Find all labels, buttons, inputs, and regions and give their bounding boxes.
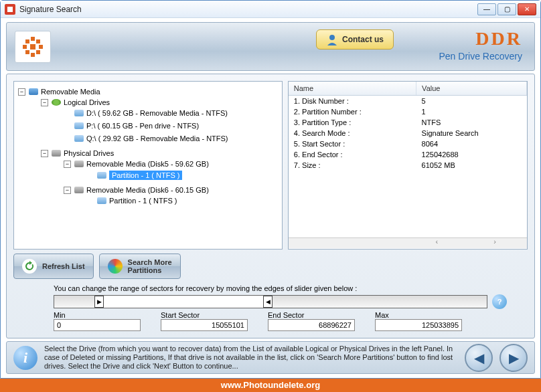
svg-point-11 xyxy=(329,35,335,40)
slider-handle-end[interactable]: ◀ xyxy=(263,296,273,308)
logical-icon xyxy=(52,99,61,106)
tree-disk[interactable]: − Removable Media (Disk6 - 60.15 GB) Par… xyxy=(64,184,279,209)
expander-icon[interactable]: − xyxy=(64,161,71,168)
drive-icon xyxy=(74,122,84,129)
table-row[interactable]: 5. Start Sector :8064 xyxy=(289,138,527,149)
contact-us-button[interactable]: Contact us xyxy=(316,29,394,50)
max-input[interactable] xyxy=(375,319,462,331)
button-row: Refresh List Search MorePartitions xyxy=(13,254,528,279)
partition-icon xyxy=(97,172,106,179)
sector-range-section: You can change the range of sectors for … xyxy=(13,283,528,331)
table-row[interactable]: 7. Size :61052 MB xyxy=(289,160,527,171)
next-button[interactable]: ▶ xyxy=(499,344,528,372)
tree-partition[interactable]: Partition - 1 ( NTFS ) xyxy=(86,169,279,182)
expander-icon[interactable]: − xyxy=(18,88,25,96)
tree-item[interactable]: P:\ ( 60.15 GB - Pen drive - NTFS) xyxy=(64,120,279,132)
window-title: Signature Search xyxy=(19,5,477,14)
table-row[interactable]: 4. Search Mode :Signature Search xyxy=(289,128,527,138)
back-button[interactable]: ◀ xyxy=(465,344,493,372)
drive-tree[interactable]: − Removable Media − Logical Drives D:\ (… xyxy=(13,81,283,250)
horizontal-scrollbar[interactable] xyxy=(289,237,527,248)
main-panel: − Removable Media − Logical Drives D:\ (… xyxy=(6,74,535,338)
tree-disk[interactable]: − Removable Media (Disk5 - 59.62 GB) Par… xyxy=(64,158,279,184)
svg-rect-5 xyxy=(39,45,43,49)
table-row[interactable]: 2. Partition Number :1 xyxy=(289,106,527,117)
details-table: Name Value 1. Disk Number :52. Partition… xyxy=(288,81,528,250)
start-sector-input[interactable] xyxy=(161,319,248,331)
slider-caption: You can change the range of sectors for … xyxy=(54,284,487,292)
expander-icon[interactable]: − xyxy=(41,150,48,157)
disk-icon xyxy=(74,187,84,193)
refresh-icon xyxy=(22,259,37,274)
partition-icon xyxy=(97,197,106,204)
help-icon[interactable]: ? xyxy=(492,294,507,309)
end-label: End Sector xyxy=(268,311,355,319)
titlebar: Signature Search — ▢ ✕ xyxy=(1,1,540,18)
col-name[interactable]: Name xyxy=(289,82,416,95)
brand-block: DDR Pen Drive Recovery xyxy=(439,28,523,62)
app-icon xyxy=(5,4,15,15)
removable-icon xyxy=(29,88,38,95)
tree-logical[interactable]: − Logical Drives D:\ ( 59.62 GB - Remova… xyxy=(41,96,279,147)
tree-partition[interactable]: Partition - 1 ( NTFS ) xyxy=(86,195,279,207)
table-row[interactable]: 3. Partition Type :NTFS xyxy=(289,117,527,128)
maximize-button[interactable]: ▢ xyxy=(497,3,516,15)
disk-icon xyxy=(74,161,84,167)
footer-bar: i Select the Drive (from which you want … xyxy=(6,341,535,374)
info-icon: i xyxy=(13,346,37,370)
tree-root[interactable]: − Removable Media − Logical Drives D:\ (… xyxy=(18,86,279,213)
tree-item[interactable]: D:\ ( 59.62 GB - Removable Media - NTFS) xyxy=(64,107,279,120)
col-value[interactable]: Value xyxy=(416,82,527,95)
watermark-url: www.Photoundelete.org xyxy=(0,379,541,392)
svg-rect-1 xyxy=(7,7,13,12)
sector-slider[interactable]: ▶ ◀ ? xyxy=(54,295,487,308)
app-window: Signature Search — ▢ ✕ Contact us DDR Pe… xyxy=(0,0,541,379)
brand-title: DDR xyxy=(439,28,523,50)
slider-handle-start[interactable]: ▶ xyxy=(94,296,104,308)
svg-rect-3 xyxy=(31,53,35,57)
header-banner: Contact us DDR Pen Drive Recovery xyxy=(6,22,535,71)
tree-item[interactable]: Q:\ ( 29.92 GB - Removable Media - NTFS) xyxy=(64,132,279,145)
end-sector-input[interactable] xyxy=(268,319,355,331)
range-inputs: Min Start Sector End Sector Max xyxy=(54,311,487,331)
svg-rect-6 xyxy=(25,39,29,43)
drive-icon xyxy=(74,110,84,116)
person-icon xyxy=(326,33,338,45)
search-more-partitions-button[interactable]: Search MorePartitions xyxy=(99,254,181,279)
app-logo xyxy=(15,31,51,63)
expander-icon[interactable]: − xyxy=(41,99,48,106)
split-panes: − Removable Media − Logical Drives D:\ (… xyxy=(13,81,528,250)
table-row[interactable]: 6. End Sector :125042688 xyxy=(289,149,527,160)
svg-rect-4 xyxy=(23,45,27,49)
physical-icon xyxy=(52,150,61,157)
min-input[interactable] xyxy=(54,319,141,331)
expander-icon[interactable]: − xyxy=(64,187,71,194)
table-row[interactable]: 1. Disk Number :5 xyxy=(289,95,527,106)
contact-label: Contact us xyxy=(342,35,384,44)
max-label: Max xyxy=(375,311,462,319)
slider-range xyxy=(94,296,273,308)
svg-rect-9 xyxy=(36,50,40,54)
svg-rect-8 xyxy=(25,50,29,54)
minimize-button[interactable]: — xyxy=(477,3,496,15)
start-label: Start Sector xyxy=(161,311,248,319)
window-controls: — ▢ ✕ xyxy=(477,3,536,15)
svg-rect-7 xyxy=(36,39,40,43)
tree-physical[interactable]: − Physical Drives − Removable Media (Dis… xyxy=(41,147,279,211)
search-icon xyxy=(108,259,123,274)
drive-icon xyxy=(74,135,84,142)
brand-subtitle: Pen Drive Recovery xyxy=(439,51,523,62)
svg-rect-2 xyxy=(31,37,35,41)
footer-message: Select the Drive (from which you want to… xyxy=(44,345,458,371)
min-label: Min xyxy=(54,311,141,319)
svg-rect-10 xyxy=(30,44,35,50)
close-button[interactable]: ✕ xyxy=(518,3,536,15)
refresh-list-button[interactable]: Refresh List xyxy=(13,254,94,279)
